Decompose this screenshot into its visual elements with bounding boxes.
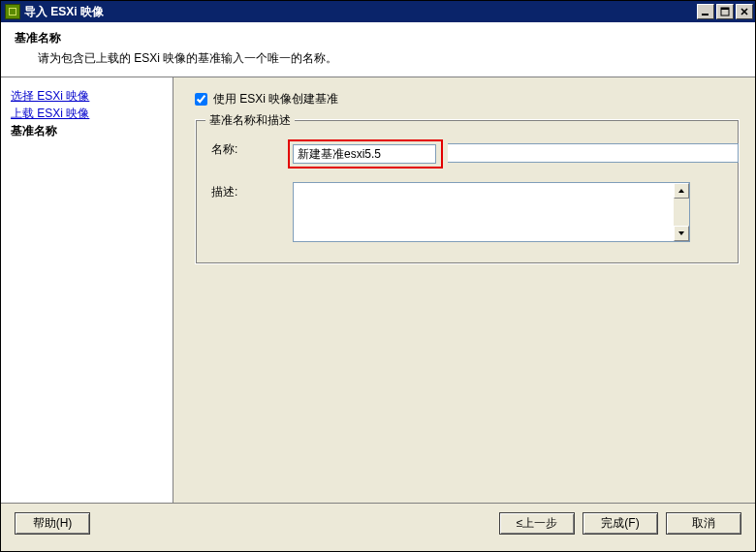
name-label: 名称: (211, 139, 293, 158)
app-icon (5, 4, 20, 19)
window-controls (697, 4, 753, 19)
name-input-extension[interactable] (448, 143, 739, 163)
minimize-button[interactable] (697, 4, 714, 19)
sidebar-item-upload-image[interactable]: 上载 ESXi 映像 (11, 105, 163, 122)
svg-marker-6 (678, 231, 684, 235)
scroll-down-button[interactable] (674, 226, 689, 241)
wizard-steps-sidebar: 选择 ESXi 映像 上载 ESXi 映像 基准名称 (1, 77, 173, 504)
wizard-header: 基准名称 请为包含已上载的 ESXi 映像的基准输入一个唯一的名称。 (1, 22, 755, 77)
maximize-button[interactable] (716, 4, 734, 19)
desc-textarea-wrap (293, 182, 690, 242)
create-baseline-row: 使用 ESXi 映像创建基准 (195, 91, 740, 107)
sidebar-item-baseline-name: 基准名称 (11, 122, 163, 139)
page-subtitle: 请为包含已上载的 ESXi 映像的基准输入一个唯一的名称。 (38, 50, 741, 67)
main-area: 选择 ESXi 映像 上载 ESXi 映像 基准名称 使用 ESXi 映像创建基… (1, 77, 755, 504)
close-button[interactable] (736, 4, 753, 19)
name-highlight-box (288, 139, 443, 169)
maximize-icon (720, 7, 730, 16)
chevron-up-icon (678, 189, 684, 193)
name-input[interactable] (293, 144, 436, 164)
minimize-icon (701, 7, 710, 16)
scroll-up-button[interactable] (674, 183, 689, 199)
finish-button[interactable]: 完成(F) (583, 512, 658, 535)
create-baseline-label: 使用 ESXi 映像创建基准 (213, 91, 338, 107)
footer: 帮助(H) ≤上一步 完成(F) 取消 (1, 504, 755, 542)
chevron-down-icon (678, 231, 684, 235)
group-legend: 基准名称和描述 (205, 112, 295, 129)
desc-row: 描述: (211, 182, 723, 242)
desc-textarea[interactable] (294, 183, 674, 241)
name-row: 名称: (211, 139, 723, 169)
create-baseline-checkbox[interactable] (195, 93, 207, 106)
desc-scrollbar[interactable] (674, 183, 689, 241)
cancel-button[interactable]: 取消 (666, 512, 741, 535)
back-button[interactable]: ≤上一步 (499, 512, 575, 535)
page-title: 基准名称 (15, 30, 741, 46)
desc-label: 描述: (211, 182, 293, 200)
sidebar-item-select-image[interactable]: 选择 ESXi 映像 (11, 87, 163, 105)
window-title: 导入 ESXi 映像 (24, 4, 697, 20)
svg-marker-5 (678, 189, 684, 193)
content-panel: 使用 ESXi 映像创建基准 基准名称和描述 名称: 描述: (173, 77, 755, 504)
close-icon (740, 7, 749, 16)
titlebar: 导入 ESXi 映像 (1, 1, 755, 22)
help-button[interactable]: 帮助(H) (15, 512, 90, 535)
baseline-name-group: 基准名称和描述 名称: 描述: (195, 119, 740, 264)
